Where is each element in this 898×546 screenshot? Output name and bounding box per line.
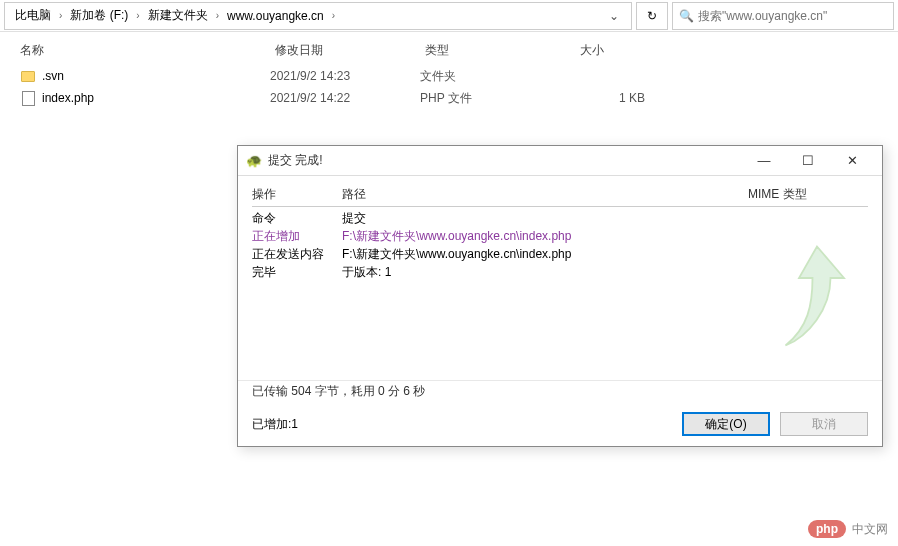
col-header-date[interactable]: 修改日期 xyxy=(275,42,425,59)
header-path[interactable]: 路径 xyxy=(342,186,748,203)
log-op: 完毕 xyxy=(252,264,342,280)
dialog-list-header: 操作 路径 MIME 类型 xyxy=(252,186,868,207)
tortoise-icon: 🐢 xyxy=(246,153,262,169)
chevron-right-icon[interactable]: › xyxy=(55,10,66,21)
file-list-header: 名称 修改日期 类型 大小 xyxy=(0,32,898,65)
list-item[interactable]: .svn 2021/9/2 14:23 文件夹 xyxy=(20,65,878,87)
maximize-button[interactable]: ☐ xyxy=(786,147,830,175)
file-list: .svn 2021/9/2 14:23 文件夹 index.php 2021/9… xyxy=(0,65,898,109)
breadcrumb-dropdown-button[interactable]: ⌄ xyxy=(603,9,625,23)
dialog-title: 提交 完成! xyxy=(268,152,742,169)
php-badge-icon: php xyxy=(808,520,846,538)
refresh-icon: ↻ xyxy=(647,9,657,23)
list-item[interactable]: index.php 2021/9/2 14:22 PHP 文件 1 KB xyxy=(20,87,878,109)
search-box[interactable]: 🔍 xyxy=(672,2,894,30)
breadcrumb[interactable]: 比电脑 › 新加卷 (F:) › 新建文件夹 › www.ouyangke.cn… xyxy=(4,2,632,30)
breadcrumb-item-2[interactable]: 新建文件夹 xyxy=(144,3,212,29)
chevron-right-icon[interactable]: › xyxy=(132,10,143,21)
chevron-right-icon[interactable]: › xyxy=(328,10,339,21)
search-input[interactable] xyxy=(698,9,887,23)
col-header-type[interactable]: 类型 xyxy=(425,42,580,59)
col-header-size[interactable]: 大小 xyxy=(580,42,680,59)
file-date: 2021/9/2 14:22 xyxy=(270,91,420,105)
commit-complete-dialog: 🐢 提交 完成! — ☐ ✕ 操作 路径 MIME 类型 命令 提交 正在增加 … xyxy=(237,145,883,447)
watermark-text: 中文网 xyxy=(852,521,888,538)
header-mime[interactable]: MIME 类型 xyxy=(748,186,868,203)
log-op: 正在增加 xyxy=(252,228,342,244)
refresh-button[interactable]: ↻ xyxy=(636,2,668,30)
file-type: 文件夹 xyxy=(420,68,575,85)
col-header-name[interactable]: 名称 xyxy=(20,42,275,59)
ok-button[interactable]: 确定(O) xyxy=(682,412,770,436)
folder-icon xyxy=(20,68,36,84)
chevron-right-icon[interactable]: › xyxy=(212,10,223,21)
added-count: 已增加:1 xyxy=(252,416,672,433)
log-path: 提交 xyxy=(342,210,868,226)
log-op: 命令 xyxy=(252,210,342,226)
breadcrumb-item-3[interactable]: www.ouyangke.cn xyxy=(223,3,328,29)
php-file-icon xyxy=(20,90,36,106)
search-icon: 🔍 xyxy=(679,9,694,23)
dialog-titlebar[interactable]: 🐢 提交 完成! — ☐ ✕ xyxy=(238,146,882,176)
header-operation[interactable]: 操作 xyxy=(252,186,342,203)
file-name: index.php xyxy=(42,91,94,105)
file-size: 1 KB xyxy=(575,91,675,105)
breadcrumb-item-0[interactable]: 比电脑 xyxy=(11,3,55,29)
log-op: 正在发送内容 xyxy=(252,246,342,262)
file-type: PHP 文件 xyxy=(420,90,575,107)
transfer-status: 已传输 504 字节，耗用 0 分 6 秒 xyxy=(238,380,882,402)
file-date: 2021/9/2 14:23 xyxy=(270,69,420,83)
watermark: php 中文网 xyxy=(808,520,888,538)
file-name: .svn xyxy=(42,69,64,83)
cancel-button: 取消 xyxy=(780,412,868,436)
success-arrow-icon xyxy=(772,236,862,356)
minimize-button[interactable]: — xyxy=(742,147,786,175)
breadcrumb-item-1[interactable]: 新加卷 (F:) xyxy=(66,3,132,29)
log-row[interactable]: 命令 提交 xyxy=(252,209,868,227)
close-button[interactable]: ✕ xyxy=(830,147,874,175)
